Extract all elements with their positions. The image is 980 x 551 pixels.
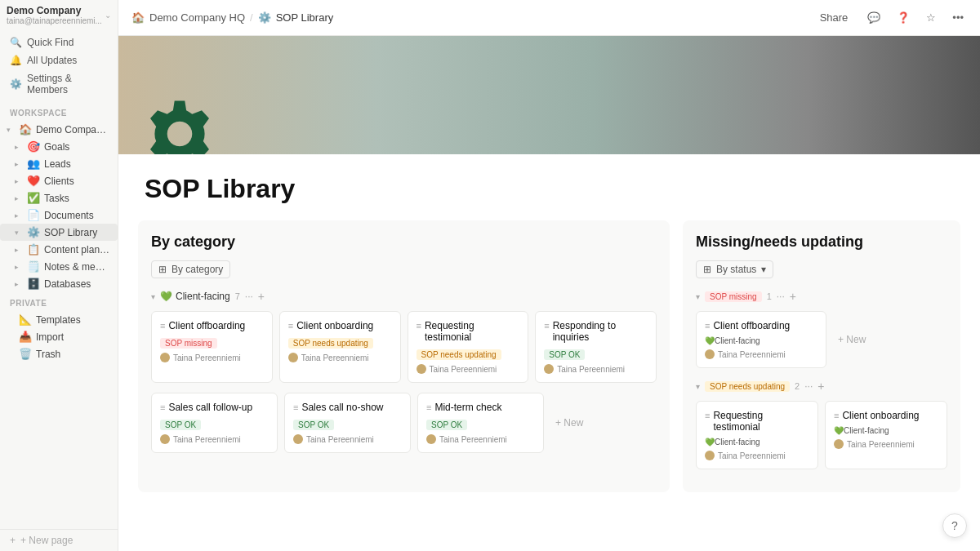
breadcrumb-hq[interactable]: Demo Company HQ [149, 11, 245, 24]
sidebar-item-notes[interactable]: ▸ 🗒️ Notes & memos [0, 258, 118, 275]
group-options-button[interactable]: ··· [804, 380, 813, 392]
card-author: Taina Pereenniemi [705, 451, 809, 460]
more-button[interactable]: ••• [949, 8, 967, 27]
sidebar-item-content[interactable]: ▸ 📋 Content planni... [0, 241, 118, 258]
sidebar-item-trash[interactable]: ▸ 🗑️ Trash [0, 345, 118, 362]
add-new-button[interactable]: + New [550, 393, 588, 453]
chevron-icon: ▾ [7, 126, 15, 134]
settings-item[interactable]: ⚙️ Settings & Members [3, 69, 114, 99]
topbar-actions: Share 💬 ❓ ☆ ••• [813, 8, 967, 27]
chevron-icon: ▸ [15, 160, 23, 168]
status-badge: SOP OK [160, 420, 201, 430]
main-area: 🏠 Demo Company HQ / ⚙️ SOP Library Share… [118, 0, 980, 551]
list-icon: ≡ [834, 411, 839, 420]
list-icon: ≡ [416, 321, 421, 331]
workspace-header[interactable]: Demo Company taina@tainapereenniemi... ⌄ [0, 0, 118, 30]
breadcrumb: 🏠 Demo Company HQ / ⚙️ SOP Library [131, 11, 333, 24]
group-add-button[interactable]: + [790, 290, 796, 303]
view-label: By category [172, 264, 223, 275]
help-button[interactable]: ❓ [893, 8, 913, 27]
status-badge: SOP needs updating [416, 349, 501, 360]
notes-icon: 🗒️ [27, 260, 40, 273]
author-name: Taina Pereenniemi [173, 353, 241, 362]
card-author: Taina Pereenniemi [705, 349, 817, 359]
comment-button[interactable]: 💬 [864, 8, 884, 27]
sidebar-actions: 🔍 Quick Find 🔔 All Updates ⚙️ Settings &… [0, 30, 118, 102]
author-name: Taina Pereenniemi [718, 350, 786, 359]
sidebar-item-hq[interactable]: ▾ 🏠 Demo Company HQ [0, 121, 118, 138]
group-options-button[interactable]: ··· [245, 291, 253, 302]
goals-icon: 🎯 [27, 140, 40, 153]
sidebar-item-documents[interactable]: ▸ 📄 Documents [0, 207, 118, 224]
card-client-onboarding[interactable]: ≡ Client onboarding SOP needs updating T… [279, 311, 401, 383]
add-new-missing-button[interactable]: + New [833, 311, 871, 368]
card-sales-followup[interactable]: ≡ Sales call follow-up SOP OK Taina Pere… [151, 393, 278, 453]
card-client-offboarding[interactable]: ≡ Client offboarding SOP missing Taina P… [151, 311, 273, 383]
missing-panel: Missing/needs updating ⊞ By status ▾ ▾ S… [683, 220, 960, 492]
card-author: Taina Pereenniemi [293, 434, 402, 444]
card-requesting-testimonial[interactable]: ≡ Requesting testimonial SOP needs updat… [408, 311, 529, 383]
chevron-icon: ▸ [15, 246, 23, 254]
group-add-button[interactable]: + [258, 290, 265, 303]
list-icon: ≡ [288, 321, 293, 331]
card-author: Taina Pereenniemi [160, 353, 264, 362]
group-count: 2 [795, 381, 800, 391]
page-title: SOP Library [145, 167, 954, 220]
avatar [416, 364, 426, 374]
group-toggle[interactable]: ▾ [696, 292, 700, 301]
card-title-text: Responding to inquiries [553, 320, 648, 343]
group-add-button[interactable]: + [817, 380, 824, 393]
content-icon: 📋 [27, 243, 40, 256]
group-toggle[interactable]: ▾ [151, 292, 155, 301]
grid-icon: ⊞ [158, 264, 167, 275]
sidebar-item-label: Import [36, 331, 111, 343]
home-icon: 🏠 [131, 11, 145, 24]
sidebar-item-tasks[interactable]: ▸ ✅ Tasks [0, 189, 118, 207]
breadcrumb-current: SOP Library [276, 11, 334, 24]
group-options-button[interactable]: ··· [777, 291, 785, 302]
status-view-selector[interactable]: ⊞ By status ▾ [696, 260, 773, 278]
author-name: Taina Pereenniemi [301, 353, 369, 362]
list-icon: ≡ [160, 321, 165, 331]
chevron-icon: ▸ [15, 143, 23, 151]
sidebar-item-label: Trash [36, 349, 111, 360]
category-view-selector[interactable]: ⊞ By category [151, 260, 230, 278]
sidebar-item-databases[interactable]: ▸ 🗄️ Databases [0, 275, 118, 292]
sop-icon: ⚙️ [27, 226, 40, 238]
card-author: Taina Pereenniemi [426, 434, 535, 444]
right-card-client-offboarding[interactable]: ≡ Client offboarding 💚Client-facing Tain… [696, 311, 826, 368]
group-toggle[interactable]: ▾ [696, 382, 700, 391]
share-button[interactable]: Share [813, 8, 855, 27]
sidebar-item-leads[interactable]: ▸ 👥 Leads [0, 155, 118, 172]
sidebar-item-sop-library[interactable]: ▾ ⚙️ SOP Library [0, 224, 118, 241]
avatar [705, 349, 715, 359]
updating-cards-row: ≡ Requesting testimonial 💚Client-facing … [696, 401, 947, 469]
all-updates-label: All Updates [27, 55, 77, 66]
settings-label: Settings & Members [27, 73, 108, 96]
quick-find-item[interactable]: 🔍 Quick Find [3, 33, 114, 51]
new-page-button[interactable]: + + New page [0, 529, 118, 551]
sidebar-item-import[interactable]: ▸ 📥 Import [0, 328, 118, 345]
settings-icon: ⚙️ [10, 78, 22, 90]
chevron-icon: ▾ [15, 229, 23, 237]
card-author: Taina Pereenniemi [544, 364, 648, 374]
templates-icon: 📐 [19, 313, 32, 326]
chevron-icon: ▸ [15, 177, 23, 185]
right-card-client-onboarding[interactable]: ≡ Client onboarding 💚Client-facing Taina… [825, 401, 947, 469]
avatar [288, 353, 298, 362]
breadcrumb-separator: / [250, 11, 253, 24]
sidebar-item-clients[interactable]: ▸ ❤️ Clients [0, 172, 118, 189]
right-card-requesting-testimonial[interactable]: ≡ Requesting testimonial 💚Client-facing … [696, 401, 818, 469]
help-button[interactable]: ? [942, 513, 967, 538]
author-name: Taina Pereenniemi [439, 435, 507, 444]
sidebar-item-templates[interactable]: ▸ 📐 Templates [0, 311, 118, 328]
author-name: Taina Pereenniemi [557, 365, 625, 374]
all-updates-item[interactable]: 🔔 All Updates [3, 51, 114, 69]
sidebar-item-label: SOP Library [44, 227, 111, 238]
card-midterm-check[interactable]: ≡ Mid-term check SOP OK Taina Pereenniem… [417, 393, 544, 453]
green-heart-icon: 💚 [160, 291, 172, 302]
card-responding-inquiries[interactable]: ≡ Responding to inquiries SOP OK Taina P… [535, 311, 657, 383]
star-button[interactable]: ☆ [923, 8, 939, 27]
sidebar-item-goals[interactable]: ▸ 🎯 Goals [0, 138, 118, 155]
card-sales-noshow[interactable]: ≡ Sales call no-show SOP OK Taina Pereen… [284, 393, 411, 453]
